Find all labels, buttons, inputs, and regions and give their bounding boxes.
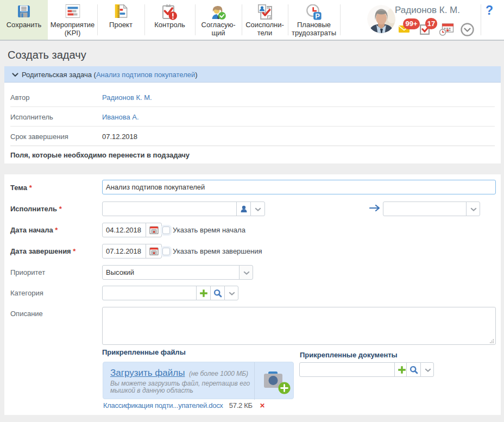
- svg-text:P: P: [315, 12, 320, 20]
